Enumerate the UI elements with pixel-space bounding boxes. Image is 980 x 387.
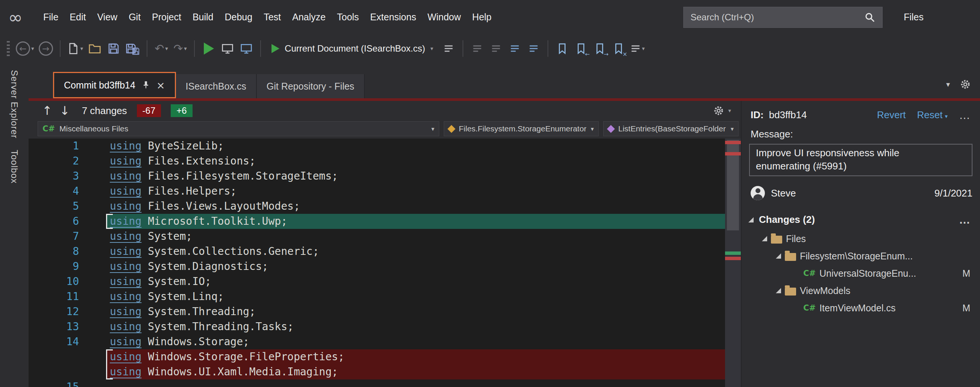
code-line-7[interactable]: 7using System; (29, 229, 725, 244)
project-dropdown[interactable]: C# Miscellaneous Files ▾ (38, 121, 439, 136)
code-line-9[interactable]: 9using System.Diagnostics; (29, 259, 725, 274)
code-line-3[interactable]: 3using Files.Filesystem.StorageItems; (29, 169, 725, 184)
tab-label: ISearchBox.cs (186, 81, 246, 92)
sidebar-tab-server-explorer[interactable]: Server Explorer (9, 70, 19, 139)
code-line-8[interactable]: 8using System.Collections.Generic; (29, 244, 725, 259)
save-button[interactable] (105, 38, 122, 59)
hot-reload-button[interactable] (440, 38, 457, 59)
menu-tools[interactable]: Tools (331, 12, 364, 22)
main-toolbar: ← ▾ → ▾ ↶ ▾ ↷ ▾ (0, 34, 980, 62)
code-line-5[interactable]: 5using Files.Views.LayoutModes; (29, 199, 725, 214)
debug-target-button[interactable]: Current Document (ISearchBox.cs) ▾ (266, 43, 439, 54)
diff-editor[interactable]: 1using ByteSizeLib;2using Files.Extensio… (29, 139, 741, 387)
member-dropdown[interactable]: ListEntries(BaseStorageFolder rootFolc ▾ (603, 121, 738, 136)
editor-scrollbar[interactable] (725, 139, 741, 387)
diff-settings-button[interactable]: ▾ (713, 105, 731, 116)
search-input[interactable] (690, 12, 864, 22)
clear-bookmarks-button[interactable]: × (610, 38, 627, 59)
redo-button[interactable]: ↷ ▾ (172, 38, 189, 59)
hidden-tabs-caret-button[interactable]: ▾ (946, 80, 950, 89)
browser-preview-button[interactable] (238, 38, 255, 59)
class-dropdown[interactable]: Files.Filesystem.StorageEnumerators.U ▾ (444, 121, 599, 136)
code-line-10[interactable]: 10using System.IO; (29, 274, 725, 289)
code-line-6[interactable]: 6using Microsoft.Toolkit.Uwp; (29, 214, 725, 229)
tree-item-filesystem-storageenum[interactable]: Filesystem\StorageEnum... (741, 247, 980, 265)
collapse-icon[interactable] (748, 217, 754, 222)
line-number (29, 365, 85, 379)
code-line-13[interactable]: 13using System.Threading.Tasks; (29, 319, 725, 334)
code-line-2[interactable]: 2using Files.Extensions; (29, 154, 725, 169)
menu-build[interactable]: Build (187, 12, 219, 22)
reset-button[interactable]: Reset▾ (917, 109, 948, 121)
code-line-4[interactable]: 4using Files.Helpers; (29, 184, 725, 199)
tab-git-repository[interactable]: Git Repository - Files (257, 74, 365, 98)
code-line-removed[interactable]: using Windows.Storage.FileProperties; (29, 349, 725, 365)
menu-file[interactable]: File (38, 12, 64, 22)
code-line-14[interactable]: 14using Windows.Storage; (29, 334, 725, 349)
tab-label: Commit bd3ffb14 (64, 80, 135, 91)
next-bookmark-button[interactable]: → (591, 38, 608, 59)
code-line-15[interactable]: 15 (29, 379, 725, 387)
tab-commit[interactable]: Commit bd3ffb14 × (53, 72, 176, 98)
code-text: using Windows.UI.Xaml.Media.Imaging; (106, 365, 725, 379)
code-line-11[interactable]: 11using System.Linq; (29, 289, 725, 304)
menu-extensions[interactable]: Extensions (364, 12, 422, 22)
expanded-icon[interactable] (762, 236, 767, 241)
open-file-button[interactable] (86, 38, 103, 59)
diff-change-marker (725, 152, 741, 155)
menu-analyze[interactable]: Analyze (286, 12, 331, 22)
decrease-indent-button[interactable] (506, 38, 523, 59)
comment-selection-button[interactable] (469, 38, 486, 59)
menu-edit[interactable]: Edit (64, 12, 91, 22)
commit-message-box[interactable]: Improve UI responsiveness while enumerat… (749, 144, 972, 176)
code-area[interactable]: 1using ByteSizeLib;2using Files.Extensio… (29, 139, 725, 387)
previous-change-button[interactable]: ↑ (42, 105, 52, 117)
start-button[interactable] (200, 38, 217, 59)
expanded-icon[interactable] (776, 253, 781, 259)
revert-button[interactable]: Revert (877, 109, 906, 121)
changes-header[interactable]: Changes (2) … (741, 200, 980, 225)
commit-actions-more-button[interactable]: … (959, 112, 971, 118)
increase-indent-button[interactable] (525, 38, 542, 59)
save-all-button[interactable] (124, 38, 142, 59)
next-change-button[interactable]: ↓ (60, 105, 70, 117)
code-line-12[interactable]: 12using System.Threading; (29, 304, 725, 319)
menu-view[interactable]: View (91, 12, 123, 22)
pin-icon[interactable] (142, 81, 150, 90)
toggle-bookmark-button[interactable] (554, 38, 571, 59)
tab-isearchbox[interactable]: ISearchBox.cs (176, 74, 257, 98)
navigate-forward-button[interactable]: → (37, 38, 54, 59)
menu-project[interactable]: Project (146, 12, 187, 22)
toolbar-grip[interactable] (7, 41, 10, 56)
changes-tree: FilesFilesystem\StorageEnum...C#Universa… (741, 225, 980, 317)
previous-bookmark-button[interactable]: ← (572, 38, 590, 59)
keyword: using (110, 200, 142, 212)
uncomment-selection-button[interactable] (487, 38, 505, 59)
sidebar-tab-toolbox[interactable]: Toolbox (9, 150, 19, 184)
tree-item-files[interactable]: Files (741, 230, 980, 247)
navigate-backward-button[interactable]: ← ▾ (14, 38, 36, 59)
author-name: Steve (771, 187, 796, 199)
tree-item-universalstorageenu[interactable]: C#UniversalStorageEnu...M (741, 265, 980, 282)
menu-test[interactable]: Test (258, 12, 286, 22)
search-box[interactable] (683, 7, 883, 28)
tree-item-viewmodels[interactable]: ViewModels (741, 282, 980, 299)
tree-item-itemviewmodel-cs[interactable]: C#ItemViewModel.csM (741, 299, 980, 317)
code-line-1[interactable]: 1using ByteSizeLib; (29, 139, 725, 154)
menu-debug[interactable]: Debug (219, 12, 258, 22)
new-item-button[interactable]: ▾ (66, 38, 85, 59)
close-icon[interactable]: × (156, 80, 165, 90)
menu-window[interactable]: Window (422, 12, 467, 22)
code-line-removed[interactable]: using Windows.UI.Xaml.Media.Imaging; (29, 365, 725, 379)
undo-button[interactable]: ↶ ▾ (153, 38, 170, 59)
toolbar-separator (60, 40, 60, 57)
bookmark-window-button[interactable]: ▾ (629, 38, 646, 59)
menu-help[interactable]: Help (467, 12, 497, 22)
code-rest: Files.Helpers; (142, 185, 237, 197)
pane-divider (29, 98, 980, 101)
expanded-icon[interactable] (776, 288, 781, 293)
attach-to-process-button[interactable] (219, 38, 236, 59)
tab-settings-gear-button[interactable] (960, 79, 971, 90)
changes-more-button[interactable]: … (959, 217, 971, 222)
menu-git[interactable]: Git (123, 12, 146, 22)
